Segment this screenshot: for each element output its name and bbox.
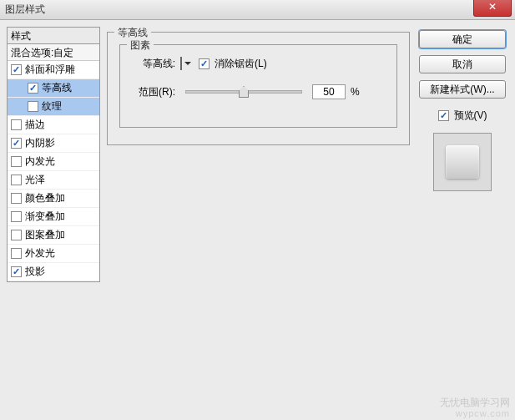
antialias-label: 消除锯齿(L) (215, 57, 267, 71)
center-panel: 等高线 图素 等高线: 消除锯齿(L) 范围(R): (107, 27, 410, 282)
style-label: 描边 (25, 118, 45, 132)
contour-row: 等高线: 消除锯齿(L) (132, 53, 385, 73)
window-title: 图层样式 (5, 3, 45, 17)
style-row[interactable]: 斜面和浮雕 (8, 61, 99, 79)
range-row: 范围(R): % (132, 82, 385, 102)
style-label: 图案叠加 (25, 228, 65, 242)
preview-box (433, 133, 492, 191)
right-panel: 确定 取消 新建样式(W)... 预览(V) (417, 27, 508, 282)
cancel-label: 取消 (452, 58, 472, 72)
dialog-body: 样式 混合选项:自定 斜面和浮雕等高线纹理描边内阴影内发光光泽颜色叠加渐变叠加图… (0, 20, 515, 289)
style-label: 纹理 (42, 99, 62, 114)
new-style-label: 新建样式(W)... (430, 83, 494, 97)
range-input[interactable] (312, 84, 346, 99)
styles-panel: 样式 混合选项:自定 斜面和浮雕等高线纹理描边内阴影内发光光泽颜色叠加渐变叠加图… (7, 27, 100, 282)
style-row[interactable]: 描边 (8, 116, 99, 134)
style-checkbox[interactable] (11, 193, 22, 204)
elements-group-title: 图素 (127, 38, 154, 53)
preview-label: 预览(V) (454, 109, 487, 123)
styles-header[interactable]: 样式 (8, 28, 99, 44)
style-row[interactable]: 纹理 (8, 98, 99, 116)
antialias-checkbox[interactable] (199, 58, 210, 69)
contour-label: 等高线: (132, 57, 175, 71)
style-checkbox[interactable] (11, 230, 22, 240)
style-label: 颜色叠加 (25, 191, 65, 205)
style-row[interactable]: 内发光 (8, 153, 99, 171)
style-label: 外发光 (25, 246, 55, 261)
watermark: 无忧电脑学习网 wypcw.com (440, 397, 510, 418)
style-row[interactable]: 外发光 (8, 245, 99, 263)
style-row[interactable]: 颜色叠加 (8, 190, 99, 208)
style-label: 渐变叠加 (25, 210, 65, 224)
range-label: 范围(R): (132, 85, 175, 99)
preview-row: 预览(V) (438, 109, 487, 123)
blend-options-row[interactable]: 混合选项:自定 (8, 44, 99, 61)
new-style-button[interactable]: 新建样式(W)... (419, 80, 506, 99)
style-label: 投影 (25, 265, 45, 279)
style-checkbox[interactable] (11, 266, 22, 277)
watermark-line2: wypcw.com (440, 408, 510, 418)
style-label: 等高线 (42, 81, 72, 95)
range-slider-thumb[interactable] (239, 86, 249, 98)
close-icon: ✕ (488, 1, 497, 13)
titlebar: 图层样式 ✕ (0, 0, 515, 20)
cancel-button[interactable]: 取消 (419, 55, 506, 73)
style-checkbox[interactable] (11, 156, 22, 167)
ok-button[interactable]: 确定 (419, 30, 506, 48)
style-label: 斜面和浮雕 (25, 63, 75, 77)
range-slider[interactable] (185, 90, 302, 94)
style-row[interactable]: 投影 (8, 263, 99, 281)
watermark-line1: 无忧电脑学习网 (440, 397, 510, 408)
close-button[interactable]: ✕ (473, 0, 512, 17)
elements-group: 图素 等高线: 消除锯齿(L) 范围(R): % (119, 44, 397, 128)
ok-label: 确定 (452, 33, 472, 47)
style-row[interactable]: 光泽 (8, 171, 99, 190)
preview-checkbox[interactable] (438, 110, 449, 121)
style-checkbox[interactable] (11, 248, 22, 259)
style-label: 光泽 (25, 173, 45, 187)
style-checkbox[interactable] (11, 138, 22, 149)
style-row[interactable]: 图案叠加 (8, 226, 99, 245)
style-label: 内阴影 (25, 136, 55, 150)
style-row[interactable]: 渐变叠加 (8, 208, 99, 226)
style-checkbox[interactable] (11, 211, 22, 222)
style-checkbox[interactable] (28, 83, 38, 94)
range-unit: % (351, 86, 360, 98)
style-label: 内发光 (25, 154, 55, 169)
contour-group: 等高线 图素 等高线: 消除锯齿(L) 范围(R): (107, 32, 410, 145)
style-checkbox[interactable] (11, 175, 22, 185)
style-row[interactable]: 等高线 (8, 79, 99, 98)
style-checkbox[interactable] (11, 64, 22, 75)
preview-thumbnail (446, 145, 479, 179)
style-checkbox[interactable] (28, 101, 38, 112)
contour-picker[interactable] (180, 57, 182, 70)
style-checkbox[interactable] (11, 119, 22, 130)
style-row[interactable]: 内阴影 (8, 134, 99, 153)
